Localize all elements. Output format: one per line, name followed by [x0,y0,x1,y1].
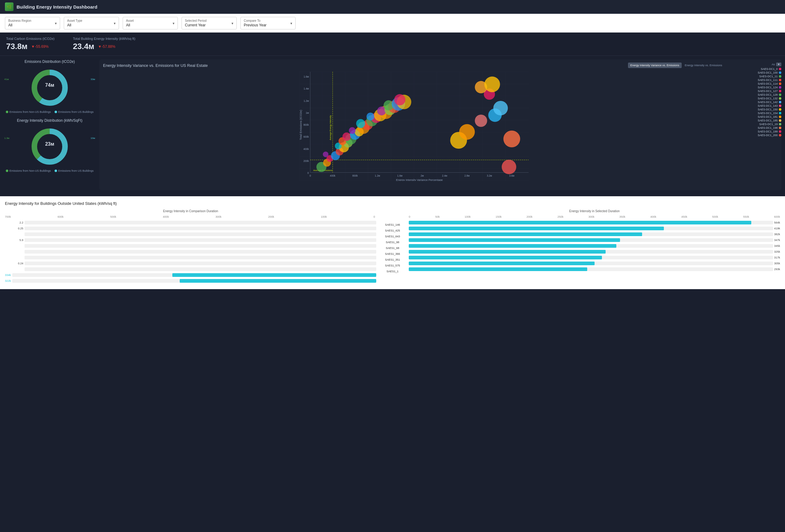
legend-sidebar-title: As [772,63,775,66]
left-bar-track-9 [25,268,376,271]
left-axis-labels: 700k 600k 500k 400k 300k 200k 100k 0 [5,215,376,218]
right-bar-row-6: 325k [409,249,780,254]
legend-energy-non-us-dot [6,170,8,172]
right-bar-row-3: 382k [409,232,780,237]
emissions-distribution-section: Emissions Distribution (tCO2e) 74м 41м 3… [4,59,96,113]
legend-dot-dc1-200 [779,134,781,136]
legend-dot-dc1-142 [779,101,781,103]
right-bar-chart-title: Energy Intensity in Selected Duration [409,209,780,213]
legend-dot-dc1-132 [779,97,781,100]
legend-dot-dc1-185 [779,119,781,122]
scatter-tabs: Energy Intensity Variance vs. Emissions … [628,62,725,68]
energy-donut-container: 23м 1.3м 10м [4,125,96,168]
filter-selected-period[interactable]: Selected Period Current Year ▼ [181,17,237,29]
legend-item-dc1-143: SAES-DC1_143 [728,104,781,107]
right-bar-row-5: 345k [409,244,780,248]
legend-non-us: Emissions from Non-US Buildings [6,110,51,113]
left-bars-list: 2.2 0.25 5.9 [5,220,376,283]
svg-point-45 [343,132,351,141]
filter-business-region[interactable]: Business Region All ▼ [5,17,60,29]
svg-text:1.2м: 1.2м [375,175,380,177]
legend-dot-dc1-114 [779,82,781,85]
right-bar-label-6: 325k [774,250,780,253]
right-bar-row-9: 293k [409,267,780,272]
filter-asset[interactable]: Asset All ▼ [123,17,178,29]
scatter-plot-area: 0 200k 400k 600k 800k 1м 1.2м 1.4м 1.6м … [103,72,725,181]
middle-label-8: SAES1_575 [385,262,400,268]
scatter-legend-sidebar: As ▼ SAES-DC1_0 SAES-DC1_100 SAES-DC1_11… [728,62,781,137]
legend-item-dc1-127: SAES-DC1_127 [728,90,781,93]
filter-business-region-label: Business Region [8,19,57,22]
svg-text:1.2м: 1.2м [304,100,309,102]
main-content: Emissions Distribution (tCO2e) 74м 41м 3… [0,56,785,194]
svg-text:3.2м: 3.2м [487,175,492,177]
filter-selected-period-label: Selected Period [185,19,233,22]
app-title: Building Energy Intensity Dashboard [17,4,97,9]
left-bar-track-11 [12,279,376,283]
right-bar-label-4: 347k [774,238,780,242]
svg-text:800k: 800k [352,175,358,177]
left-bar-row-8: 0.24 [5,261,376,266]
right-bar-chart: Energy Intensity in Selected Duration 0 … [406,209,780,284]
left-bar-row-7 [5,255,376,260]
left-bar-track-10 [12,273,376,277]
svg-text:1.6м: 1.6м [397,175,402,177]
left-bar-row-6 [5,249,376,254]
right-bar-track-3 [409,232,773,236]
legend-dot-dc1-100 [779,72,781,74]
emissions-donut-chart: 74м [30,68,70,108]
left-bar-track-4 [25,238,376,242]
legend-energy-us-dot [55,170,57,172]
kpi-carbon-label: Total Carbon Emissions (tCO2e) [6,37,55,41]
chevron-down-icon: ▼ [172,22,175,25]
app-header: 🌿 Building Energy Intensity Dashboard [0,0,785,14]
legend-dot-dc1-11 [779,75,781,78]
legend-dot-dc1-181 [779,116,781,118]
svg-point-66 [475,115,487,127]
svg-text:Total Emissions (tCO2e): Total Emissions (tCO2e) [299,110,302,140]
legend-us: Emissions from US Buildings [55,110,94,113]
legend-item-dc1-199: SAES-DC1_199 [728,130,781,133]
left-bar-row-9 [5,267,376,272]
left-bar-chart: Energy Intensity in Comparison Duration … [5,209,379,284]
left-bar-row-5 [5,244,376,248]
svg-text:200k: 200k [303,160,309,162]
right-bar-track-5 [409,244,773,248]
legend-item-dc1-0: SAES-DC1_0 [728,68,781,71]
legend-energy-non-us: Emissions from Non-US Buildings [6,169,51,172]
svg-text:3.6м: 3.6м [509,175,514,177]
left-bar-track-1 [25,221,376,224]
legend-filter-button[interactable]: ▼ [776,62,781,66]
kpi-energy-intensity: Total Building Energy Intensity (kWh/sq … [73,37,135,51]
svg-text:400k: 400k [330,175,336,177]
right-bar-label-7: 317k [774,256,780,259]
legend-item-dc1-124: SAES-DC1_124 [728,86,781,89]
legend-dot-dc1-128 [779,94,781,96]
legend-dot-dc1-111 [779,79,781,81]
left-bar-chart-title: Energy Intensity in Comparison Duration [5,209,376,213]
legend-dot-dc1-198 [779,127,781,129]
energy-donut-chart: 23м [30,127,70,167]
energy-distribution-section: Energy Intensity Distribution (kWh/SqFt)… [4,118,96,172]
filter-compare-to[interactable]: Compare To Previous Year ▼ [240,17,296,29]
legend-energy-us: Emissions from US Buildings [55,169,94,172]
right-bar-track-4 [409,238,773,242]
legend-item-dc1-114: SAES-DC1_114 [728,82,781,85]
left-bar-value-4: 5.9 [5,238,23,242]
tab-intensity-emissions[interactable]: Energy Intensity vs. Emissions [682,62,725,68]
kpi-energy-label: Total Building Energy Intensity (kWh/sq … [73,37,135,41]
filter-asset-type[interactable]: Asset Type All ▼ [64,17,119,29]
svg-point-51 [356,119,365,128]
svg-text:2.4м: 2.4м [442,175,447,177]
legend-item-dc1-19: SAES-DC1_19 [728,123,781,126]
tab-variance-emissions[interactable]: Energy Intensity Variance vs. Emissions [628,62,682,68]
filter-asset-type-label: Asset Type [67,19,116,22]
left-bar-row-11: 322k [5,278,376,283]
kpi-carbon-value: 73.8м [6,42,28,51]
left-bar-row-1: 2.2 [5,220,376,225]
right-bar-track-2 [409,227,773,230]
right-bar-track-1 [409,221,773,224]
left-bar-row-10: 334k [5,273,376,278]
svg-point-69 [504,131,521,148]
left-bar-row-3 [5,232,376,237]
